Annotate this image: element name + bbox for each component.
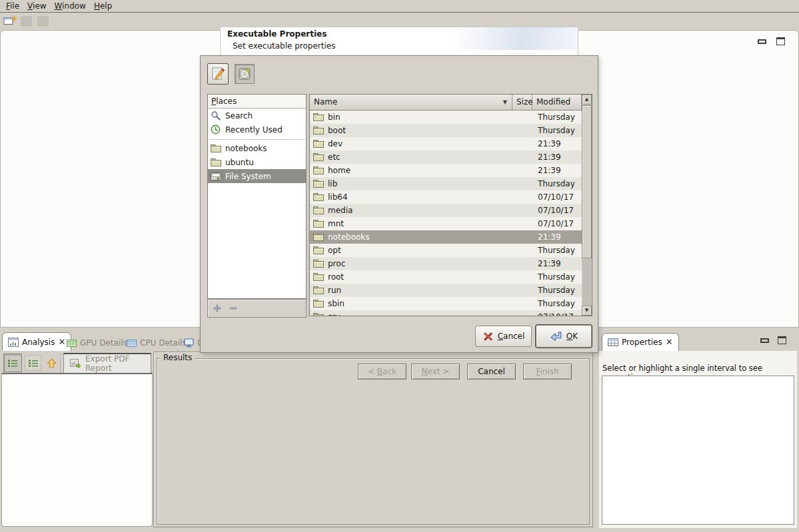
file-name: lib bbox=[328, 179, 337, 188]
file-modified: 21:39 bbox=[538, 152, 561, 162]
file-name: root bbox=[328, 272, 344, 282]
tab-cpu-details[interactable]: CPU Details bbox=[124, 336, 189, 350]
tab-properties[interactable]: Properties bbox=[602, 333, 679, 351]
places-item-label: File System bbox=[225, 172, 271, 181]
file-name: opt bbox=[328, 246, 341, 255]
file-row-run[interactable]: runThursday bbox=[310, 284, 582, 297]
wizard-back-button[interactable]: < Back bbox=[358, 364, 406, 380]
file-row-root[interactable]: rootThursday bbox=[310, 270, 582, 284]
places-item-label: notebooks bbox=[225, 144, 267, 153]
maximize-view-icon[interactable] bbox=[778, 336, 786, 344]
file-name: dev bbox=[328, 139, 343, 148]
column-header-size[interactable]: Size bbox=[512, 95, 532, 111]
browse-filesystem-button[interactable] bbox=[235, 64, 255, 84]
timeline-view-button[interactable] bbox=[3, 354, 22, 372]
minimize-icon[interactable] bbox=[758, 39, 766, 44]
places-list: SearchRecently UsednotebooksubuntuFile S… bbox=[208, 109, 306, 183]
column-header-label: Name bbox=[314, 97, 337, 107]
file-row-home[interactable]: home21:39 bbox=[310, 164, 582, 177]
file-row-etc[interactable]: etc21:39 bbox=[310, 150, 582, 164]
menu-item-file[interactable]: File bbox=[6, 1, 19, 11]
places-item-search[interactable]: Search bbox=[208, 109, 306, 123]
file-row-media[interactable]: media07/10/17 bbox=[310, 204, 582, 217]
file-row-bin[interactable]: binThursday bbox=[310, 111, 582, 124]
file-row-lib[interactable]: libThursday bbox=[310, 177, 582, 190]
folder-icon bbox=[313, 246, 324, 254]
file-name: media bbox=[328, 206, 353, 215]
file-row-lib64[interactable]: lib6407/10/17 bbox=[310, 190, 582, 204]
folder-icon bbox=[211, 144, 221, 152]
file-modified: Thursday bbox=[538, 113, 575, 122]
analysis-content-panel bbox=[1, 373, 153, 527]
file-name: sbin bbox=[328, 299, 345, 308]
file-name: mnt bbox=[328, 219, 344, 228]
file-list-header: NameSizeModified bbox=[310, 95, 582, 111]
file-modified: 07/10/17 bbox=[538, 206, 574, 215]
cancel-x-icon bbox=[482, 332, 494, 342]
tab-analysis[interactable]: Analysis bbox=[2, 332, 71, 351]
places-add-remove-bar bbox=[207, 299, 307, 318]
file-row-boot[interactable]: bootThursday bbox=[310, 124, 582, 137]
cpu-icon bbox=[127, 340, 137, 347]
type-filename-button[interactable] bbox=[207, 63, 229, 85]
export-chart-icon bbox=[70, 359, 81, 368]
places-item-label: Search bbox=[225, 111, 253, 121]
places-item-file-system[interactable]: File System bbox=[208, 169, 306, 183]
list-view-button[interactable] bbox=[25, 355, 41, 371]
column-header-name[interactable]: Name bbox=[310, 95, 512, 111]
wizard-title: Executable Properties bbox=[227, 29, 327, 39]
column-header-modified[interactable]: Modified bbox=[532, 95, 582, 111]
folder-icon bbox=[313, 206, 324, 214]
file-modified: 21:39 bbox=[538, 139, 561, 148]
file-list-scrollbar[interactable] bbox=[582, 95, 592, 316]
wizard-finish-button[interactable]: Finish bbox=[523, 364, 572, 380]
tab-gpu-details[interactable]: GPU Details bbox=[64, 336, 130, 350]
menu-item-window[interactable]: Window bbox=[55, 1, 86, 11]
results-group-label: Results bbox=[161, 353, 195, 362]
file-modified: 21:39 bbox=[538, 166, 561, 175]
recent-icon bbox=[211, 125, 221, 134]
file-row-mnt[interactable]: mnt07/10/17 bbox=[310, 217, 582, 230]
file-row-dev[interactable]: dev21:39 bbox=[310, 137, 582, 150]
places-item-notebooks[interactable]: notebooks bbox=[208, 141, 306, 155]
file-modified: 07/10/17 bbox=[538, 192, 574, 202]
scrollbar-trough[interactable] bbox=[582, 259, 591, 306]
file-row-opt[interactable]: optThursday bbox=[310, 244, 582, 257]
scrollbar-thumb[interactable] bbox=[582, 105, 592, 258]
add-bookmark-button[interactable] bbox=[213, 304, 222, 313]
file-modified: Thursday bbox=[538, 299, 575, 308]
minimize-view-icon[interactable] bbox=[760, 338, 769, 343]
up-arrow-icon bbox=[47, 358, 57, 368]
file-row-srv[interactable]: srv07/10/17 bbox=[310, 310, 582, 316]
tab-properties-label: Properties bbox=[622, 338, 662, 347]
wizard-next-button[interactable]: Next > bbox=[411, 364, 460, 380]
export-pdf-report-button[interactable]: Export PDF Report bbox=[63, 353, 151, 374]
new-window-icon[interactable] bbox=[3, 15, 17, 27]
table-icon bbox=[608, 338, 618, 346]
file-modified: Thursday bbox=[538, 286, 575, 295]
file-row-sbin[interactable]: sbinThursday bbox=[310, 297, 582, 310]
folder-icon bbox=[313, 179, 324, 188]
file-row-notebooks[interactable]: notebooks21:39 bbox=[310, 230, 582, 244]
remove-bookmark-button[interactable] bbox=[229, 304, 238, 313]
search-icon bbox=[211, 111, 221, 121]
properties-empty-box bbox=[602, 376, 794, 525]
places-item-label: Recently Used bbox=[225, 125, 283, 134]
file-modified: Thursday bbox=[538, 179, 575, 188]
places-item-recently-used[interactable]: Recently Used bbox=[208, 123, 306, 136]
scroll-up-icon[interactable] bbox=[582, 95, 592, 105]
menu-item-help[interactable]: Help bbox=[94, 1, 112, 11]
scroll-down-icon[interactable] bbox=[582, 306, 592, 316]
menu-item-view[interactable]: View bbox=[27, 1, 46, 11]
results-group bbox=[157, 358, 590, 525]
file-row-proc[interactable]: proc21:39 bbox=[310, 257, 582, 270]
close-tab-icon[interactable] bbox=[666, 339, 673, 346]
move-up-button[interactable] bbox=[43, 355, 59, 371]
maximize-icon[interactable] bbox=[776, 37, 785, 45]
places-item-ubuntu[interactable]: ubuntu bbox=[208, 155, 306, 169]
ok-button[interactable]: OK bbox=[536, 325, 592, 348]
wizard-cancel-button[interactable]: Cancel bbox=[467, 364, 516, 380]
export-pdf-report-label: Export PDF Report bbox=[85, 354, 151, 373]
disabled-toolbar-dropdown-icon bbox=[37, 16, 49, 27]
cancel-button[interactable]: Cancel bbox=[475, 326, 532, 347]
